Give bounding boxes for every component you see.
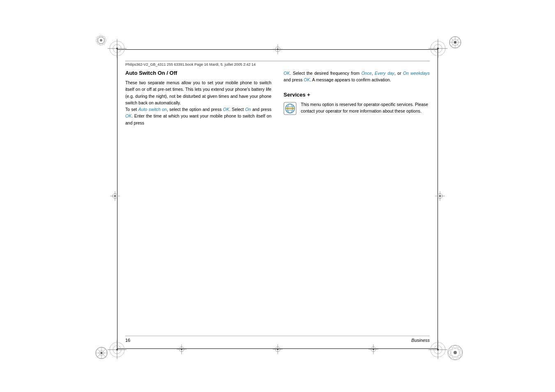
svg-point-21 bbox=[100, 39, 102, 42]
left-column: Auto Switch On / Off These two separate … bbox=[125, 70, 272, 126]
auto-switch-heading: Auto Switch On / Off bbox=[125, 70, 272, 76]
deco-icon-tl bbox=[94, 33, 108, 48]
crosshair-bml bbox=[177, 344, 187, 354]
everyday-link: Every day bbox=[375, 71, 394, 76]
crosshair-bmr bbox=[368, 344, 378, 354]
file-info-text: Philips362-V2_GB_4311 255 63391.book Pag… bbox=[125, 62, 256, 67]
services-heading: Services + bbox=[283, 92, 430, 98]
deco-icon-bl bbox=[92, 344, 111, 362]
on-weekdays-link: On weekdays bbox=[403, 71, 430, 76]
svg-point-22 bbox=[99, 35, 103, 37]
svg-point-29 bbox=[97, 36, 99, 39]
on-link: On bbox=[245, 107, 251, 112]
ok-link-right: OK bbox=[283, 71, 290, 76]
svg-point-46 bbox=[454, 351, 457, 354]
reg-mark-tl bbox=[108, 39, 127, 58]
ok-link-3: OK bbox=[304, 77, 310, 82]
services-body-text: This menu option is reserved for operato… bbox=[301, 101, 430, 115]
footer: 16 Business bbox=[125, 336, 430, 343]
svg-point-52 bbox=[457, 355, 461, 359]
header-info: Philips362-V2_GB_4311 255 63391.book Pag… bbox=[125, 61, 430, 67]
once-link: Once bbox=[362, 71, 372, 76]
left-body-text: These two separate menus allow you to se… bbox=[125, 79, 272, 126]
left-body-para2: To set Auto switch on, select the option… bbox=[125, 107, 272, 125]
right-body-mid: . Select the desired frequency from Once… bbox=[283, 71, 430, 82]
ok-link-1: OK bbox=[223, 107, 229, 112]
deco-icon-br bbox=[444, 341, 467, 364]
ok-link-2: OK bbox=[125, 113, 131, 118]
crosshair-mb bbox=[273, 344, 283, 354]
svg-point-27 bbox=[103, 42, 106, 45]
svg-point-50 bbox=[460, 350, 462, 355]
right-body-text: OK. Select the desired frequency from On… bbox=[283, 70, 430, 83]
svg-point-26 bbox=[103, 36, 106, 39]
svg-point-51 bbox=[457, 346, 461, 350]
svg-point-53 bbox=[449, 355, 453, 359]
svg-point-23 bbox=[99, 44, 103, 45]
svg-point-49 bbox=[448, 350, 451, 355]
svg-point-24 bbox=[96, 39, 98, 42]
services-section: Services + bbox=[283, 92, 430, 115]
section-label: Business bbox=[411, 338, 430, 343]
deco-icon-tr bbox=[446, 33, 465, 52]
services-content: This menu option is reserved for operato… bbox=[283, 101, 430, 115]
svg-point-54 bbox=[449, 346, 453, 350]
crosshair-mt bbox=[273, 44, 283, 54]
crosshair-mr bbox=[435, 191, 445, 201]
svg-point-28 bbox=[97, 42, 99, 45]
auto-switch-on-link: Auto switch on bbox=[138, 107, 167, 112]
left-body-para1: These two separate menus allow you to se… bbox=[125, 80, 272, 105]
reg-mark-tr bbox=[428, 39, 447, 58]
content-area: Auto Switch On / Off These two separate … bbox=[125, 70, 430, 310]
svg-point-25 bbox=[104, 39, 106, 42]
right-column: OK. Select the desired frequency from On… bbox=[283, 70, 430, 115]
crosshair-ml bbox=[110, 191, 120, 201]
page-number: 16 bbox=[125, 338, 130, 343]
svg-point-48 bbox=[453, 357, 457, 360]
services-icon bbox=[283, 102, 297, 115]
svg-rect-85 bbox=[286, 107, 295, 110]
svg-point-47 bbox=[453, 346, 457, 348]
page-container: Philips362-V2_GB_4311 255 63391.book Pag… bbox=[0, 0, 555, 392]
